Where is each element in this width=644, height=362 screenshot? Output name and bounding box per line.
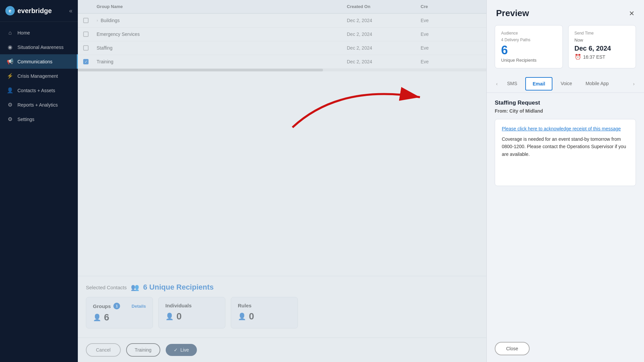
tab-email[interactable]: Email — [525, 77, 552, 90]
preview-header: Preview ✕ — [487, 0, 644, 25]
contact-card-groups: Groups1Details 👤 6 — [86, 297, 153, 328]
nav-label-settings: Settings — [17, 117, 35, 122]
preview-content: Staffing Request From: City of Midland P… — [487, 93, 644, 335]
col-checkbox — [83, 4, 97, 9]
unique-recipients-count: 6 — [501, 44, 556, 56]
row-date-training: Dec 2, 2024 — [347, 59, 421, 64]
details-link-groups[interactable]: Details — [131, 304, 146, 309]
close-icon[interactable]: ✕ — [629, 10, 635, 17]
table-scroll-bar — [78, 69, 323, 71]
nav-label-communications: Communications — [17, 59, 52, 64]
acknowledge-link[interactable]: Please click here to acknowledge receipt… — [502, 126, 629, 131]
table-row: Emergency Services Dec 2, 2024 Eve — [78, 27, 486, 41]
sidebar-item-crisis-management[interactable]: ⚡ Crisis Management — [0, 69, 78, 83]
col-creator: Cre — [421, 4, 481, 9]
sidebar-item-communications[interactable]: 📢 Communications — [0, 54, 78, 69]
table-scrollbar[interactable] — [78, 69, 486, 71]
delivery-paths: 4 Delivery Paths — [501, 38, 556, 42]
card-count-individuals: 👤 0 — [165, 311, 218, 322]
nav-icon-situational-awareness: ◉ — [7, 44, 13, 50]
send-time-label: Send Time — [575, 31, 630, 36]
live-check-icon: ✓ — [174, 347, 178, 353]
card-people-icon-groups: 👤 — [93, 313, 101, 321]
nav-icon-contacts-assets: 👤 — [7, 87, 13, 94]
nav-icon-reports-analytics: ⚙ — [7, 102, 13, 108]
clock-icon: ⏰ — [575, 54, 581, 60]
preview-title: Preview — [496, 8, 529, 18]
people-icon: 👥 — [131, 283, 139, 291]
row-name-emergency-services: Emergency Services — [97, 32, 347, 37]
checkbox-buildings[interactable] — [83, 18, 89, 23]
sidebar-logo: e everbridge « — [0, 0, 78, 22]
main-area: Group Name Created On Cre ›Buildings Dec… — [78, 0, 486, 362]
checkbox-emergency-services[interactable] — [83, 32, 89, 37]
selected-contacts-bar: Selected Contacts 👥 6 Unique Recipients … — [78, 276, 486, 335]
nav-label-situational-awareness: Situational Awareness — [17, 45, 64, 50]
checkbox-training[interactable]: ✓ — [83, 59, 89, 64]
preview-footer: Close — [487, 335, 644, 362]
selected-title: Selected Contacts 👥 6 Unique Recipients — [86, 283, 478, 292]
audience-label: Audience — [501, 31, 556, 36]
live-label: Live — [180, 347, 189, 353]
tab-sms[interactable]: SMS — [500, 77, 524, 90]
expand-icon[interactable]: › — [97, 18, 98, 23]
table-header: Group Name Created On Cre — [78, 0, 486, 14]
selected-count: 6 Unique Recipients — [143, 283, 214, 292]
sidebar-item-contacts-assets[interactable]: 👤 Contacts + Assets — [0, 83, 78, 98]
nav-label-reports-analytics: Reports + Analytics — [17, 102, 58, 108]
row-name-buildings: ›Buildings — [97, 18, 347, 23]
tabs-next-arrow[interactable]: › — [630, 78, 637, 89]
logo: e everbridge — [5, 6, 52, 15]
row-name-staffing: Staffing — [97, 45, 347, 51]
table-row: ›Buildings Dec 2, 2024 Eve — [78, 14, 486, 27]
card-title-groups: Groups1Details — [93, 303, 146, 309]
sidebar-item-situational-awareness[interactable]: ◉ Situational Awareness — [0, 40, 78, 54]
card-title-individuals: Individuals — [165, 303, 218, 308]
nav-label-contacts-assets: Contacts + Assets — [17, 88, 55, 93]
preview-close-button[interactable]: Close — [495, 342, 530, 355]
row-name-training: Training — [97, 59, 347, 64]
nav-icon-communications: 📢 — [7, 58, 13, 65]
col-group-name: Group Name — [97, 4, 347, 9]
table-row: Staffing Dec 2, 2024 Eve — [78, 41, 486, 55]
row-date-staffing: Dec 2, 2024 — [347, 45, 421, 51]
contact-card-individuals: Individuals 👤 0 — [158, 297, 225, 328]
nav-icon-home: ⌂ — [7, 30, 13, 36]
row-date-emergency-services: Dec 2, 2024 — [347, 32, 421, 37]
collapse-button[interactable]: « — [69, 7, 72, 14]
send-time-card: Send Time Now Dec 6, 2024 ⏰ 16:37 EST — [568, 25, 636, 68]
cancel-button[interactable]: Cancel — [86, 343, 121, 357]
message-body-card: Please click here to acknowledge receipt… — [495, 119, 636, 186]
checkbox-staffing[interactable] — [83, 45, 89, 51]
sidebar-item-settings[interactable]: ⚙ Settings — [0, 112, 78, 126]
nav-label-home: Home — [17, 30, 30, 36]
card-count-groups: 👤 6 — [93, 312, 146, 323]
message-from: From: City of Midland — [495, 108, 636, 114]
sidebar: e everbridge « ⌂ Home ◉ Situational Awar… — [0, 0, 78, 362]
action-bar: Cancel Training ✓ Live — [78, 338, 486, 362]
sidebar-item-home[interactable]: ⌂ Home — [0, 26, 78, 40]
audience-card: Audience 4 Delivery Paths 6 Unique Recip… — [495, 25, 563, 68]
contact-cards: Groups1Details 👤 6 Individuals 👤 0 Rules… — [86, 297, 478, 328]
tab-mobile-app[interactable]: Mobile App — [579, 77, 615, 90]
card-people-icon-rules: 👤 — [238, 312, 246, 320]
tab-voice[interactable]: Voice — [554, 77, 579, 90]
logo-icon: e — [5, 6, 15, 15]
tabs-prev-arrow[interactable]: ‹ — [493, 78, 500, 89]
card-count-rules: 👤 0 — [238, 311, 291, 322]
sidebar-item-reports-analytics[interactable]: ⚙ Reports + Analytics — [0, 98, 78, 112]
col-created-on: Created On — [347, 4, 421, 9]
training-button[interactable]: Training — [126, 343, 160, 357]
contact-card-rules: Rules 👤 0 — [231, 297, 298, 328]
nav-icon-settings: ⚙ — [7, 116, 13, 122]
nav-label-crisis-management: Crisis Management — [17, 73, 58, 79]
table-row: ✓ Training Dec 2, 2024 Eve — [78, 55, 486, 69]
card-badge-groups: 1 — [113, 303, 120, 309]
live-button[interactable]: ✓ Live — [166, 344, 197, 356]
table-rows: ›Buildings Dec 2, 2024 Eve Emergency Ser… — [78, 14, 486, 69]
card-title-rules: Rules — [238, 303, 291, 308]
send-time-when: Now — [575, 38, 630, 43]
sidebar-nav: ⌂ Home ◉ Situational Awareness 📢 Communi… — [0, 22, 78, 362]
selected-contacts-label: Selected Contacts — [86, 285, 127, 290]
send-date: Dec 6, 2024 — [575, 45, 630, 52]
